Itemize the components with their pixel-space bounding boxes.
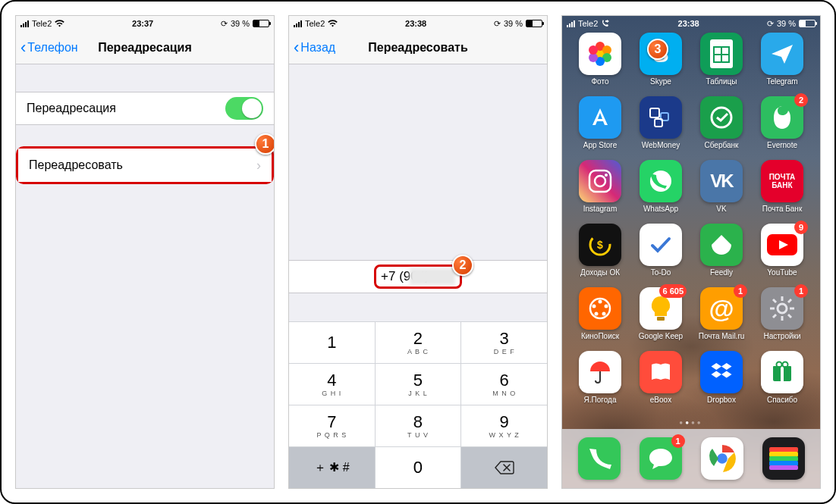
app-icon-sber <box>700 96 743 139</box>
app-appstore[interactable]: App Store <box>570 96 630 160</box>
app-yaweather[interactable]: Я.Погода <box>570 351 630 415</box>
dock-app-phone[interactable] <box>578 437 621 480</box>
keypad-key-0[interactable]: 0 <box>376 447 461 488</box>
app-keep[interactable]: Google Keep6 605 <box>630 287 691 351</box>
switch-on-icon[interactable] <box>225 97 263 120</box>
keypad-key-6[interactable]: 6M N O <box>461 364 547 405</box>
app-label: Skype <box>650 77 671 86</box>
notification-badge: 2 <box>794 93 808 107</box>
app-label: Evernote <box>767 141 797 149</box>
back-label: Назад <box>300 41 335 55</box>
back-button[interactable]: ‹ Назад <box>294 39 335 56</box>
app-pochtabank[interactable]: ПОЧТА БАНКПочта Банк <box>752 160 812 224</box>
svg-point-25 <box>592 305 596 308</box>
keypad-key-8[interactable]: 8T U V <box>376 405 461 446</box>
wifi-icon <box>55 20 64 27</box>
carrier-label: Tele2 <box>32 19 52 28</box>
svg-rect-9 <box>650 108 659 117</box>
app-eboox[interactable]: eBoox <box>630 351 691 415</box>
dock-app-chrome[interactable] <box>701 437 743 480</box>
app-icon-telegram <box>761 33 803 75</box>
rotation-lock-icon: ⟳ <box>767 19 774 29</box>
page-indicator[interactable]: ●●●● <box>562 419 820 426</box>
svg-point-27 <box>778 304 787 313</box>
app-spasibo[interactable]: Спасибо <box>752 351 812 415</box>
notification-badge: 1 <box>734 284 747 298</box>
app-icon-dohody: $ <box>579 224 621 266</box>
number-keypad: 12A B C3D E F4G H I5J K L6M N O7P Q R S8… <box>289 321 547 488</box>
phone-number-field[interactable]: +7 (904) 2 <box>289 260 547 293</box>
app-instagram[interactable]: Instagram <box>570 160 630 224</box>
back-button[interactable]: ‹ Телефон <box>20 39 78 56</box>
app-telegram[interactable]: Telegram <box>752 33 812 96</box>
rotation-lock-icon: ⟳ <box>221 19 228 29</box>
app-icon-vk: VK <box>700 160 743 202</box>
app-dohody[interactable]: $Доходы ОК <box>570 224 630 287</box>
notification-badge: 1 <box>671 434 685 448</box>
keypad-key-1[interactable]: 1 <box>289 322 375 363</box>
svg-rect-40 <box>769 465 798 470</box>
app-label: Сбербанк <box>705 141 739 149</box>
notification-badge: 9 <box>794 221 808 234</box>
app-sheets[interactable]: Таблицы <box>691 33 752 96</box>
app-label: WebMoney <box>642 141 680 149</box>
keypad-symbols-key[interactable]: ＋ ✱ # <box>289 447 375 488</box>
screen-1-call-forwarding-settings: Tele2 23:37 ⟳ 39 % ‹ Телефон Переадресац… <box>15 15 275 489</box>
app-youtube[interactable]: YouTube9 <box>752 224 812 287</box>
app-mailru[interactable]: @Почта Mail.ru1 <box>691 287 752 351</box>
app-whatsapp[interactable]: WhatsApp <box>630 160 691 224</box>
keypad-key-3[interactable]: 3D E F <box>461 322 547 363</box>
screen-2-forward-number-entry: Tele2 23:38 ⟳ 39 % ‹ Назад Переадресоват… <box>288 15 548 489</box>
app-webmoney[interactable]: WebMoney <box>630 96 691 160</box>
app-label: Настройки <box>763 332 800 340</box>
svg-point-6 <box>589 45 598 55</box>
forwarding-toggle-row[interactable]: Переадресация <box>16 92 274 125</box>
keypad-key-2[interactable]: 2A B C <box>376 322 461 363</box>
app-label: App Store <box>583 141 617 149</box>
app-photos[interactable]: Фото <box>570 33 630 96</box>
callout-badge-2: 2 <box>452 255 473 276</box>
backspace-icon <box>495 461 514 474</box>
signal-icon <box>567 20 575 27</box>
dock-app-messages[interactable]: 1 <box>640 437 682 480</box>
keypad-key-4[interactable]: 4G H I <box>289 364 375 405</box>
app-icon-appstore <box>579 96 621 139</box>
app-label: Telegram <box>766 77 797 86</box>
app-todo[interactable]: To-Do <box>630 224 691 287</box>
app-icon-sheets <box>700 33 743 75</box>
svg-text:$: $ <box>597 239 603 251</box>
forward-to-row[interactable]: Переадресовать › <box>18 149 272 182</box>
keypad-key-9[interactable]: 9W X Y Z <box>461 405 547 446</box>
app-evernote[interactable]: Evernote2 <box>752 96 812 160</box>
app-icon-todo <box>640 224 682 266</box>
notification-badge: 1 <box>794 284 808 298</box>
app-icon-eboox <box>640 351 682 393</box>
svg-point-24 <box>595 312 599 316</box>
svg-point-22 <box>605 305 608 308</box>
app-label: WhatsApp <box>643 205 678 213</box>
battery-percent: 39 % <box>231 19 250 28</box>
screen-3-home-screen: Tele2 23:38 ⟳ 39 % 3 ФотоSSkypeТаблицыTe… <box>561 15 821 489</box>
app-label: Instagram <box>583 205 617 213</box>
app-vk[interactable]: VKVK <box>691 160 752 224</box>
app-dropbox[interactable]: Dropbox <box>691 351 752 415</box>
callout-badge-1: 1 <box>255 133 275 155</box>
clock: 23:38 <box>338 19 494 28</box>
app-grid: ФотоSSkypeТаблицыTelegramApp StoreWebMon… <box>562 31 820 415</box>
signal-icon <box>294 20 302 27</box>
keypad-key-7[interactable]: 7P Q R S <box>289 405 375 446</box>
keypad-backspace-key[interactable] <box>461 447 547 488</box>
app-sber[interactable]: Сбербанк <box>691 96 752 160</box>
carrier-label: Tele2 <box>578 19 598 28</box>
app-settings[interactable]: Настройки1 <box>752 287 812 351</box>
app-feedly[interactable]: Feedly <box>691 224 752 287</box>
nav-bar: ‹ Назад Переадресовать <box>289 31 547 64</box>
app-kinopoisk[interactable]: КиноПоиск <box>570 287 630 351</box>
chevron-left-icon: ‹ <box>294 39 299 56</box>
app-label: Dropbox <box>707 396 736 404</box>
app-icon-instagram <box>579 160 621 202</box>
svg-point-23 <box>602 312 606 316</box>
keypad-key-5[interactable]: 5J K L <box>376 364 461 405</box>
dock-app-wallet[interactable] <box>762 437 805 480</box>
battery-percent: 39 % <box>777 19 796 28</box>
